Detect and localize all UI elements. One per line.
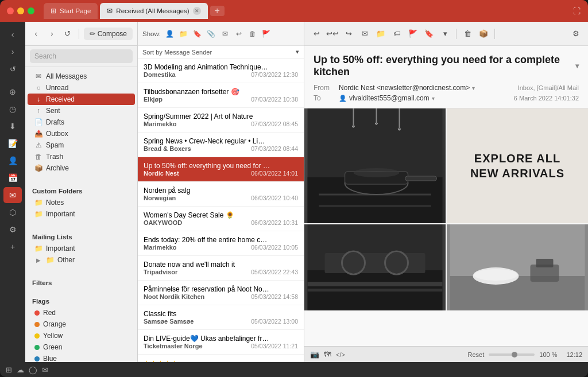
received-label: Received	[46, 95, 75, 103]
nav-ml-important[interactable]: 📁 Important	[28, 243, 135, 254]
nav-received[interactable]: ↓ Received	[28, 94, 135, 105]
nav-flag-red[interactable]: Red	[28, 307, 135, 318]
filter-btn-2[interactable]: 📁	[178, 28, 189, 40]
filter-btn-5[interactable]: ✉	[219, 28, 231, 40]
refresh-button[interactable]: ↺	[61, 27, 74, 41]
nav-trash[interactable]: 🗑 Trash	[28, 151, 135, 162]
tag-button[interactable]: 🔖	[423, 28, 435, 40]
email-item-10[interactable]: Classic fits Samsøe Samsøe 05/03/2022 13…	[138, 305, 304, 330]
email-item-9[interactable]: Påminnelse för reservation på Noot Nordi…	[138, 281, 304, 305]
icon-downloads[interactable]: ⬇	[3, 118, 22, 134]
filter-btn-3[interactable]: 🔖	[192, 28, 203, 40]
close-button[interactable]	[7, 7, 14, 14]
reply-all-button[interactable]: ↩↩	[326, 28, 339, 40]
camera-icon: 📷	[310, 350, 319, 359]
email-item-8[interactable]: Donate now and we'll match it Tripadviso…	[138, 256, 304, 281]
email-subject-5: Norden på salg	[144, 186, 190, 195]
filter-btn-delete[interactable]: 🗑	[247, 28, 258, 40]
icon-settings[interactable]: ⚙	[3, 221, 22, 238]
icon-history[interactable]: ◷	[3, 101, 22, 117]
new-mail-button[interactable]: ✉	[358, 28, 371, 40]
filter-btn-flag[interactable]: 🚩	[261, 28, 272, 40]
nav-ml-other[interactable]: ▶ 📁 Other	[28, 254, 135, 266]
unread-label: Unread	[46, 84, 68, 92]
forward-button[interactable]: ›	[46, 27, 59, 41]
email-date-8: 05/03/2022 22:43	[251, 269, 298, 275]
email-sender-1: Elkjøp	[144, 96, 163, 103]
settings-button[interactable]: ⚙	[570, 28, 582, 40]
tab-close-icon[interactable]: ✕	[193, 7, 201, 15]
to-value-text: vivalditest555@gmail.com	[349, 94, 430, 102]
fullscreen-button[interactable]: ⛶	[572, 6, 581, 15]
email-item-12[interactable]: ★★★★★ Helthjm 05/03/2022 11:04	[138, 355, 304, 362]
maximize-button[interactable]	[28, 7, 34, 14]
icon-contacts[interactable]: 👤	[3, 153, 22, 169]
search-input[interactable]	[30, 49, 133, 63]
sort-dropdown-icon[interactable]: ▾	[296, 48, 299, 56]
email-date-0: 07/03/2022 12:30	[251, 71, 298, 78]
email-item-2[interactable]: Spring/Summer 2022 | Art of Nature Marim…	[138, 108, 304, 133]
email-item-6[interactable]: Women's Day Secret Sale 🌻 OAKYWOOD 06/03…	[138, 207, 304, 231]
compose-button[interactable]: ✏ Compose	[84, 28, 133, 40]
icon-refresh[interactable]: ↺	[3, 61, 22, 77]
ml-other-folder-icon: 📁	[46, 256, 54, 264]
icon-notes[interactable]: 📝	[3, 135, 22, 151]
nav-flag-yellow[interactable]: Yellow	[28, 330, 135, 341]
email-item-4[interactable]: Up to 50% off: everything you need for a…	[138, 157, 304, 182]
email-title-dropdown-icon[interactable]: ▾	[575, 62, 579, 70]
nav-unread[interactable]: ○ Unread	[28, 82, 135, 94]
nav-archive[interactable]: 📦 Archive	[28, 162, 135, 174]
nav-drafts[interactable]: 📄 Drafts	[28, 116, 135, 128]
back-button[interactable]: ‹	[30, 27, 42, 41]
svg-rect-6	[405, 176, 437, 181]
label-button[interactable]: 🏷	[390, 28, 403, 40]
email-subject-1: Tilbudsbonanzaen fortsetter 🎯	[144, 88, 239, 96]
icon-mail[interactable]: ✉	[3, 187, 22, 203]
icon-add[interactable]: +	[3, 239, 22, 255]
icon-rss[interactable]: ⬡	[3, 204, 22, 220]
folders-button[interactable]: 📁	[374, 28, 387, 40]
tab-received[interactable]: ✉ Received (All Messages) ✕	[100, 3, 207, 19]
icon-back[interactable]: ‹	[3, 26, 22, 42]
nav-all-messages[interactable]: ✉ All Messages	[28, 71, 135, 82]
filter-btn-1[interactable]: 👤	[164, 28, 176, 40]
zoom-thumb[interactable]	[512, 352, 517, 357]
nav-sent[interactable]: ↑ Sent	[28, 105, 135, 116]
from-dropdown-icon[interactable]: ▾	[472, 85, 475, 91]
svg-rect-17	[308, 289, 443, 292]
sent-icon: ↑	[34, 107, 42, 115]
forward-button[interactable]: ↪	[342, 28, 355, 40]
email-item-0[interactable]: 3D Modeling and Animation Techniques wit…	[138, 59, 304, 83]
email-header: Up to 50% off: everything you need for a…	[304, 46, 588, 108]
spam-label: Spam	[46, 141, 64, 149]
archive-email-button[interactable]: 📦	[477, 28, 490, 40]
nav-outbox[interactable]: 📤 Outbox	[28, 128, 135, 139]
filter-btn-4[interactable]: 📎	[206, 28, 217, 40]
more-button[interactable]: ▾	[439, 28, 451, 40]
nav-flag-orange[interactable]: Orange	[28, 318, 135, 330]
filter-btn-reply[interactable]: ↩	[233, 28, 245, 40]
nav-notes[interactable]: 📁 Notes	[28, 197, 135, 208]
nav-flag-blue[interactable]: Blue	[28, 353, 135, 362]
toolbar-sep-1	[456, 29, 457, 39]
nav-important[interactable]: 📁 Important	[28, 208, 135, 220]
icon-forward[interactable]: ›	[3, 44, 22, 60]
reset-label: Reset	[468, 351, 485, 358]
email-item-1[interactable]: Tilbudsbonanzaen fortsetter 🎯 Elkjøp 07/…	[138, 83, 304, 108]
email-item-5[interactable]: Norden på salg Norwegian 06/03/2022 10:4…	[138, 182, 304, 207]
reply-button[interactable]: ↩	[310, 28, 323, 40]
delete-button[interactable]: 🗑	[461, 28, 474, 40]
email-item-11[interactable]: Din LIVE-guide💙 Ukas anbefalinger fra Ti…	[138, 330, 304, 355]
new-tab-button[interactable]: +	[210, 6, 225, 16]
email-item-3[interactable]: Spring News • Crew-Neck regular • Limite…	[138, 133, 304, 157]
minimize-button[interactable]	[17, 7, 24, 14]
icon-calendar[interactable]: 📅	[3, 170, 22, 186]
flag-button[interactable]: 🚩	[407, 28, 419, 40]
to-dropdown-icon[interactable]: ▾	[432, 95, 435, 102]
nav-flag-green[interactable]: Green	[28, 341, 135, 353]
icon-bookmark[interactable]: ⊕	[3, 84, 22, 100]
zoom-slider[interactable]	[489, 353, 535, 356]
email-item-7[interactable]: Ends today: 20% off the entire home coll…	[138, 231, 304, 256]
nav-spam[interactable]: ⚠ Spam	[28, 139, 135, 151]
tab-startpage[interactable]: ⊞ Start Page	[44, 3, 98, 19]
